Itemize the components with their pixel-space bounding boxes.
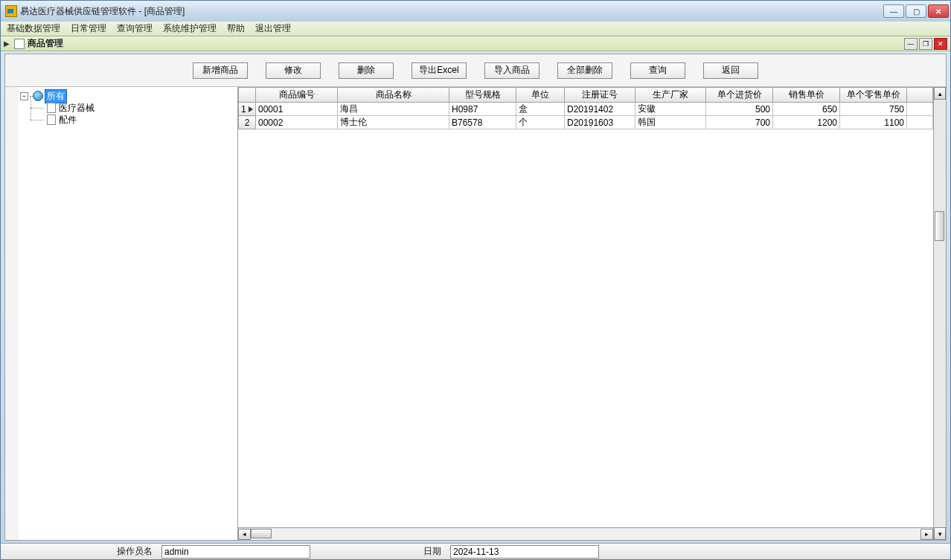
menubar: 基础数据管理 日常管理 查询管理 系统维护管理 帮助 退出管理 (1, 22, 950, 36)
table-row[interactable]: 2 00002 博士伦 B76578 个 D20191603 韩国 700 12… (239, 116, 933, 129)
vertical-scrollbar[interactable]: ▴ ▾ (933, 87, 946, 540)
row-indicator: 1 (239, 103, 256, 116)
col-sale[interactable]: 销售单价 (773, 88, 840, 103)
scroll-right-icon[interactable]: ▸ (920, 529, 933, 540)
close-button[interactable]: ✕ (928, 4, 949, 18)
col-retail[interactable]: 单个零售单价 (840, 88, 907, 103)
side-vertical-text: 叫回操呀 (5, 87, 19, 540)
category-tree: − 所有 医疗器械 配件 (19, 87, 238, 540)
menu-basic-data[interactable]: 基础数据管理 (7, 22, 60, 35)
menu-query[interactable]: 查询管理 (117, 22, 153, 35)
tree-item-medical[interactable]: 医疗器械 (20, 102, 236, 114)
client-area: 新增商品 修改 删除 导出Excel 导入商品 全部删除 查询 返回 叫回操呀 … (4, 54, 947, 541)
tree-item-label: 配件 (59, 114, 77, 126)
app-window: 易达医疗器械供应链管理软件 - [商品管理] — ▢ ✕ 基础数据管理 日常管理… (0, 0, 951, 560)
globe-icon (33, 91, 43, 101)
col-mfr[interactable]: 生产厂家 (635, 88, 706, 103)
back-button[interactable]: 返回 (703, 62, 758, 79)
horizontal-scrollbar[interactable]: ◂ ▸ (238, 527, 933, 540)
toolbar: 新增商品 修改 删除 导出Excel 导入商品 全部删除 查询 返回 (5, 54, 946, 87)
delete-button[interactable]: 删除 (339, 62, 394, 79)
scroll-down-icon[interactable]: ▾ (934, 527, 946, 540)
tree-root-row[interactable]: − 所有 (20, 90, 236, 102)
col-unit[interactable]: 单位 (516, 88, 565, 103)
mdi-title: 商品管理 (28, 37, 904, 50)
col-extra (907, 88, 933, 103)
window-title: 易达医疗器械供应链管理软件 - [商品管理] (20, 5, 883, 18)
scroll-up-icon[interactable]: ▴ (934, 87, 946, 100)
table-row[interactable]: 1 00001 海昌 H0987 盒 D20191402 安徽 500 650 … (239, 103, 933, 116)
col-spec[interactable]: 型号规格 (449, 88, 516, 103)
document-icon (47, 115, 56, 125)
col-product-name[interactable]: 商品名称 (338, 88, 449, 103)
export-excel-button[interactable]: 导出Excel (412, 62, 467, 79)
query-button[interactable]: 查询 (630, 62, 685, 79)
product-grid[interactable]: 商品编号 商品名称 型号规格 单位 注册证号 生产厂家 单个进货价 销售单价 单… (238, 87, 933, 129)
import-button[interactable]: 导入商品 (484, 62, 539, 79)
scroll-left-icon[interactable]: ◂ (238, 529, 251, 540)
col-product-id[interactable]: 商品编号 (256, 88, 338, 103)
add-button[interactable]: 新增商品 (193, 62, 248, 79)
tree-item-parts[interactable]: 配件 (20, 114, 236, 126)
menu-daily[interactable]: 日常管理 (71, 22, 106, 35)
col-cost[interactable]: 单个进货价 (706, 88, 773, 103)
col-reg-no[interactable]: 注册证号 (565, 88, 635, 103)
tree-item-label: 医疗器械 (59, 102, 95, 115)
menu-exit[interactable]: 退出管理 (255, 22, 291, 35)
row-indicator: 2 (239, 116, 256, 129)
operator-label: 操作员名 (117, 545, 153, 558)
menu-system[interactable]: 系统维护管理 (163, 22, 217, 35)
mdi-close-button[interactable]: ✕ (934, 38, 947, 50)
titlebar: 易达医疗器械供应链管理软件 - [商品管理] — ▢ ✕ (1, 1, 950, 22)
app-icon (5, 5, 17, 17)
menu-help[interactable]: 帮助 (227, 22, 245, 35)
date-field[interactable] (450, 545, 599, 559)
delete-all-button[interactable]: 全部删除 (557, 62, 612, 79)
statusbar: 操作员名 日期 (1, 543, 950, 559)
split-pane: 叫回操呀 − 所有 医疗器械 配件 (5, 87, 946, 540)
date-label: 日期 (423, 545, 441, 558)
mdi-restore-button[interactable]: ❐ (919, 38, 932, 50)
document-icon (47, 103, 56, 113)
row-header-corner (239, 88, 256, 103)
edit-button[interactable]: 修改 (266, 62, 321, 79)
operator-field[interactable] (161, 545, 310, 559)
maximize-button[interactable]: ▢ (906, 4, 926, 18)
document-icon (14, 39, 25, 49)
tree-collapse-icon[interactable]: − (20, 92, 28, 100)
minimize-button[interactable]: — (883, 4, 904, 18)
scroll-thumb[interactable] (251, 529, 272, 538)
mdi-minimize-button[interactable]: — (904, 38, 918, 50)
mdi-arrow-icon: ▶ (4, 39, 11, 48)
scroll-thumb[interactable] (935, 211, 944, 241)
grid-panel: 商品编号 商品名称 型号规格 单位 注册证号 生产厂家 单个进货价 销售单价 单… (238, 87, 933, 540)
mdi-titlebar: ▶ 商品管理 — ❐ ✕ (1, 36, 950, 51)
